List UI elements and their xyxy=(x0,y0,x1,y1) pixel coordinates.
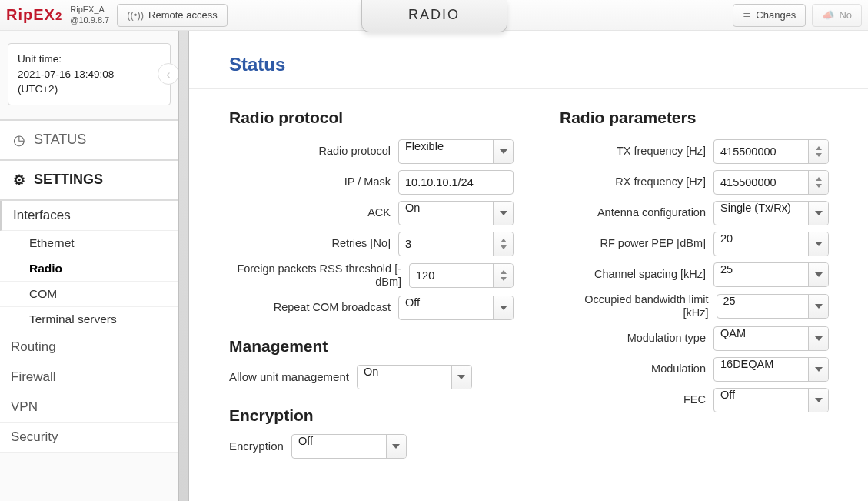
parameters-column: Radio parameters TX frequency [Hz] RX fr… xyxy=(560,109,829,419)
nav-radio[interactable]: Radio xyxy=(0,256,178,282)
value-antenna: Single (Tx/Rx) xyxy=(714,202,808,225)
parameters-heading: Radio parameters xyxy=(560,109,829,127)
field-encryption[interactable]: Off xyxy=(291,434,407,459)
protocol-column: Radio protocol Radio protocol Flexible I… xyxy=(229,109,514,459)
nav-status[interactable]: ◷ STATUS xyxy=(0,121,178,161)
remote-access-button[interactable]: ((•)) Remote access xyxy=(117,4,227,27)
field-fec[interactable]: Off xyxy=(713,388,829,412)
input-rx-freq[interactable] xyxy=(714,171,808,194)
value-fec: Off xyxy=(714,389,808,412)
row-rx-freq: RX frequency [Hz] xyxy=(560,170,829,195)
row-ip-mask: IP / Mask xyxy=(229,170,514,195)
row-fec: FEC Off xyxy=(560,388,829,412)
gauge-icon: ◷ xyxy=(12,132,26,149)
chevron-down-icon xyxy=(808,327,828,350)
sidebar-divider[interactable] xyxy=(178,31,189,501)
chevron-down-icon xyxy=(386,435,406,458)
chevron-down-icon xyxy=(808,263,828,286)
label-tx-freq: TX frequency [Hz] xyxy=(560,145,706,158)
value-ack: On xyxy=(399,202,493,225)
field-rx-freq[interactable] xyxy=(713,170,829,195)
value-rf-power: 20 xyxy=(714,232,808,256)
row-repeat-com: Repeat COM broadcast Off xyxy=(229,296,514,320)
gear-icon: ⚙ xyxy=(12,172,26,189)
row-radio-protocol: Radio protocol Flexible xyxy=(229,139,514,164)
field-mod-type[interactable]: QAM xyxy=(713,326,829,351)
spinner-icon[interactable] xyxy=(493,232,513,256)
field-rf-power[interactable]: 20 xyxy=(713,232,829,256)
nav-security[interactable]: Security xyxy=(0,423,178,453)
device-info: RipEX_A @10.9.8.7 xyxy=(70,5,117,25)
value-mod-type: QAM xyxy=(714,327,808,350)
field-obw[interactable]: 25 xyxy=(717,294,829,319)
input-rss-threshold[interactable] xyxy=(410,264,493,287)
field-radio-protocol[interactable]: Flexible xyxy=(398,139,514,164)
row-ack: ACK On xyxy=(229,201,514,225)
nav-vpn[interactable]: VPN xyxy=(0,392,178,423)
field-antenna[interactable]: Single (Tx/Rx) xyxy=(713,201,829,225)
input-ip-mask[interactable] xyxy=(399,171,513,194)
remote-access-label: Remote access xyxy=(148,9,218,21)
nav-interfaces[interactable]: Interfaces xyxy=(0,201,178,231)
spinner-icon[interactable] xyxy=(808,171,828,194)
chevron-down-icon xyxy=(808,295,828,318)
label-antenna: Antenna configuration xyxy=(560,206,706,219)
encryption-heading: Encryption xyxy=(229,406,514,425)
top-bar: RipEX2 RipEX_A @10.9.8.7 ((•)) Remote ac… xyxy=(0,0,868,31)
spinner-icon[interactable] xyxy=(493,264,513,287)
collapse-sidebar-button[interactable]: ‹ xyxy=(158,63,179,85)
field-ack[interactable]: On xyxy=(398,201,514,225)
nav-ethernet[interactable]: Ethernet xyxy=(0,231,178,256)
label-allow-management: Allow unit management xyxy=(229,370,349,383)
value-repeat-com: Off xyxy=(399,296,493,319)
chevron-down-icon xyxy=(493,202,513,225)
label-fec: FEC xyxy=(560,393,706,406)
field-tx-freq[interactable] xyxy=(713,139,829,164)
chevron-down-icon xyxy=(451,366,471,389)
divider xyxy=(189,88,868,89)
nav-settings[interactable]: ⚙ SETTINGS xyxy=(0,161,178,201)
label-encryption: Encryption xyxy=(229,439,284,453)
row-rss-threshold: Foreign packets RSS threshold [-dBm] xyxy=(229,262,514,289)
field-modulation[interactable]: 16DEQAM xyxy=(713,357,829,382)
row-allow-management: Allow unit management On xyxy=(229,365,514,389)
label-ack: ACK xyxy=(229,206,391,219)
nav-com[interactable]: COM xyxy=(0,282,178,307)
nav-routing[interactable]: Routing xyxy=(0,332,178,362)
row-antenna: Antenna configuration Single (Tx/Rx) xyxy=(560,201,829,225)
label-retries: Retries [No] xyxy=(229,237,391,250)
row-ch-spacing: Channel spacing [kHz] 25 xyxy=(560,262,829,287)
label-rss-threshold: Foreign packets RSS threshold [-dBm] xyxy=(229,262,401,289)
nav-settings-label: SETTINGS xyxy=(34,172,103,188)
field-ch-spacing[interactable]: 25 xyxy=(713,262,829,287)
input-tx-freq[interactable] xyxy=(714,140,808,163)
chevron-down-icon xyxy=(808,389,828,412)
field-allow-management[interactable]: On xyxy=(357,365,472,389)
unit-time-label: Unit time: xyxy=(18,52,161,67)
field-retries[interactable] xyxy=(398,232,514,256)
changes-label: Changes xyxy=(756,9,796,21)
changes-button[interactable]: ≣ Changes xyxy=(733,4,806,27)
chevron-down-icon xyxy=(808,232,828,256)
nav-firewall[interactable]: Firewall xyxy=(0,362,178,392)
field-repeat-com[interactable]: Off xyxy=(398,296,514,320)
field-rss-threshold[interactable] xyxy=(409,263,514,288)
row-rf-power: RF power PEP [dBm] 20 xyxy=(560,232,829,256)
input-retries[interactable] xyxy=(399,232,493,256)
nav-panel: ◷ STATUS ⚙ SETTINGS Interfaces Ethernet … xyxy=(0,119,178,453)
label-ip-mask: IP / Mask xyxy=(229,175,391,189)
unit-time-tz: (UTC+2) xyxy=(18,82,161,97)
spinner-icon[interactable] xyxy=(808,140,828,163)
value-ch-spacing: 25 xyxy=(714,263,808,286)
label-ch-spacing: Channel spacing [kHz] xyxy=(560,268,706,281)
row-retries: Retries [No] xyxy=(229,232,514,256)
chevron-down-icon xyxy=(808,202,828,225)
nav-terminal-servers[interactable]: Terminal servers xyxy=(0,307,178,332)
notify-button[interactable]: 📣 No xyxy=(812,4,862,27)
row-tx-freq: TX frequency [Hz] xyxy=(560,139,829,164)
row-obw: Occupied bandwidth limit [kHz] 25 xyxy=(560,293,829,320)
value-encryption: Off xyxy=(292,435,386,458)
label-mod-type: Modulation type xyxy=(560,332,706,345)
logo: RipEX2 xyxy=(0,6,70,24)
field-ip-mask[interactable] xyxy=(398,170,514,195)
